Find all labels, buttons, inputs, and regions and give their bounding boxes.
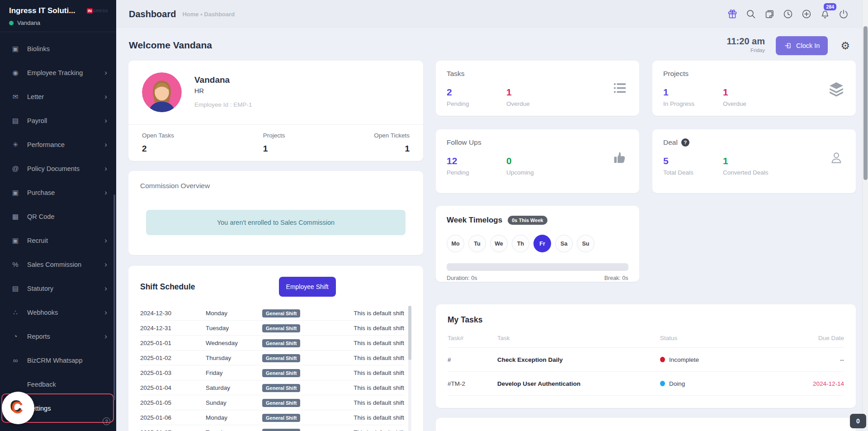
sidebar-item-label: Biolinks bbox=[27, 45, 50, 52]
pie-chart-icon: ◔ bbox=[11, 332, 20, 340]
sidebar-item[interactable]: ✳ Performance › bbox=[0, 133, 116, 156]
shift-type-badge: General Shift bbox=[262, 309, 300, 317]
layers-icon bbox=[830, 82, 843, 99]
sidebar-item[interactable]: @ Policy Documents › bbox=[0, 156, 116, 180]
profile-stat: Open Tickets 1 bbox=[374, 132, 410, 154]
person-icon bbox=[830, 151, 843, 166]
employee-shift-button[interactable]: Employee Shift bbox=[279, 277, 336, 297]
gift-icon[interactable] bbox=[727, 9, 738, 19]
sidebar-item[interactable]: ✉ Letter › bbox=[0, 85, 116, 109]
notes-icon[interactable] bbox=[764, 9, 775, 19]
task-id: # bbox=[448, 356, 497, 363]
task-id: #TM-2 bbox=[448, 380, 497, 387]
sidebar-item[interactable]: ◔ Reports › bbox=[0, 324, 116, 348]
sidebar-item-label: Employee Tracking bbox=[27, 69, 83, 76]
page-scrollbar bbox=[862, 0, 868, 431]
follow-ups-card-title: Follow Ups bbox=[447, 138, 628, 147]
shift-day: Saturday bbox=[206, 384, 262, 391]
day-pill[interactable]: Fr bbox=[533, 235, 551, 252]
chevron-right-icon: › bbox=[104, 69, 107, 76]
profile-stat-label: Open Tickets bbox=[374, 132, 410, 139]
shift-date: 2025-01-07 bbox=[140, 429, 206, 431]
stat-value: 5 bbox=[663, 156, 705, 166]
sidebar-item[interactable]: ▤ Statutory › bbox=[0, 276, 116, 300]
shift-row: 2025-01-07 Tuesday General Shift This is… bbox=[140, 425, 404, 431]
stat-label: Pending bbox=[447, 169, 488, 176]
clock-icon[interactable] bbox=[783, 9, 793, 19]
chevron-right-icon: › bbox=[104, 189, 107, 196]
ingress-logo: INGRESS bbox=[87, 9, 108, 26]
search-icon[interactable] bbox=[745, 9, 756, 19]
sidebar-item[interactable]: ∞ BizCRM Whatsapp › bbox=[0, 348, 116, 372]
deal-card: Deal ? 5 Total Deals bbox=[652, 129, 856, 193]
day-pill[interactable]: Sa bbox=[555, 235, 573, 252]
shift-day: Thursday bbox=[206, 355, 262, 361]
sidebar-item[interactable]: ▦ QR Code › bbox=[0, 204, 116, 228]
shift-note: This is default shift bbox=[353, 310, 404, 317]
stat-value: 1 bbox=[723, 87, 764, 98]
day-pill[interactable]: Tu bbox=[468, 235, 486, 252]
shift-type-badge: General Shift bbox=[262, 384, 300, 392]
clock-in-button[interactable]: Clock In bbox=[776, 36, 828, 55]
welcome-row: Welcome Vandana 11:20 am Friday Clock In… bbox=[116, 28, 868, 55]
main-area: Dashboard Home • Dashboard bbox=[116, 0, 868, 431]
shift-table-scrollbar bbox=[408, 306, 411, 431]
day-pill[interactable]: We bbox=[490, 235, 508, 252]
shift-day: Sunday bbox=[206, 399, 262, 406]
sidebar-item-label: QR Code bbox=[27, 213, 54, 220]
sidebar-item[interactable]: ▣ Biolinks › bbox=[0, 37, 116, 61]
sidebar-item[interactable]: ◉ Employee Tracking › bbox=[0, 61, 116, 85]
plus-circle-icon[interactable] bbox=[801, 9, 812, 19]
profile-stat-label: Projects bbox=[263, 132, 285, 139]
day-pill[interactable]: Su bbox=[577, 235, 594, 252]
help-icon[interactable]: ? bbox=[103, 417, 110, 425]
projects-card: Projects 1 In Progress bbox=[652, 61, 856, 116]
bizcrm-logo[interactable]: CC bbox=[2, 392, 34, 424]
sidebar-item[interactable]: ▣ Recruit › bbox=[0, 228, 116, 252]
current-time: 11:20 am bbox=[726, 36, 765, 47]
sidebar-user-name: Vandana bbox=[17, 19, 40, 26]
follow-ups-card: Follow Ups 12 Pending bbox=[436, 129, 639, 193]
stat-label: Pending bbox=[447, 100, 488, 107]
power-icon[interactable] bbox=[838, 9, 849, 19]
thumbs-up-icon bbox=[613, 151, 627, 166]
shift-note: This is default shift bbox=[353, 340, 404, 346]
sidebar-item[interactable]: % Sales Commission › bbox=[0, 252, 116, 276]
stat-label: In Progress bbox=[663, 100, 705, 107]
sidebar-item[interactable]: ▣ Purchase › bbox=[0, 180, 116, 204]
stat: 1 Converted Deals bbox=[723, 156, 769, 176]
shift-note: This is default shift bbox=[353, 325, 404, 332]
task-row[interactable]: # Check Exception Daily Incomplete -- bbox=[448, 348, 844, 372]
shift-day: Monday bbox=[206, 310, 262, 317]
profile-role: HR bbox=[194, 87, 252, 95]
chevron-right-icon: › bbox=[104, 93, 107, 100]
bell-icon[interactable]: 284 bbox=[820, 9, 830, 19]
shift-table-scrollbar-thumb[interactable] bbox=[408, 306, 411, 360]
shift-type-badge: General Shift bbox=[262, 399, 300, 407]
task-row[interactable]: #TM-2 Develop User Authentication Doing … bbox=[448, 372, 844, 396]
dashboard-settings-gear-icon[interactable]: ⚙ bbox=[840, 36, 850, 52]
shift-row: 2025-01-03 Friday General Shift This is … bbox=[140, 365, 404, 380]
avatar bbox=[142, 72, 182, 112]
my-tasks-header: Task# Task Status Due Date bbox=[448, 335, 844, 348]
day-pill[interactable]: Th bbox=[512, 235, 529, 252]
shift-row: 2025-01-04 Saturday General Shift This i… bbox=[140, 380, 404, 395]
commission-info-box: You aren't enrolled to Sales Commission bbox=[146, 210, 406, 235]
week-timelogs-card: Week Timelogs 0s This Week Mo Tu We Th bbox=[436, 206, 639, 282]
profile-stat-value: 1 bbox=[374, 144, 410, 154]
sidebar-item-label: Webhooks bbox=[27, 309, 58, 316]
page-scrollbar-thumb[interactable] bbox=[863, 26, 868, 180]
corner-counter-badge[interactable]: 0 bbox=[850, 414, 866, 428]
question-mark-icon[interactable]: ? bbox=[681, 138, 689, 147]
week-timelogs-title: Week Timelogs bbox=[447, 216, 502, 225]
stat: 0 Upcoming bbox=[506, 156, 548, 176]
sidebar-scrollbar[interactable] bbox=[113, 194, 115, 400]
tracking-icon: ◉ bbox=[11, 69, 20, 77]
sidebar-item[interactable]: ▤ Payroll › bbox=[0, 109, 116, 133]
day-pill[interactable]: Mo bbox=[447, 235, 464, 252]
shift-type-badge: General Shift bbox=[262, 414, 300, 422]
shift-type-badge: General Shift bbox=[262, 369, 300, 377]
week-days: Mo Tu We Th Fr Sa Su bbox=[447, 235, 628, 252]
sidebar-item[interactable]: ∴ Webhooks › bbox=[0, 300, 116, 324]
percent-icon: % bbox=[11, 260, 20, 268]
